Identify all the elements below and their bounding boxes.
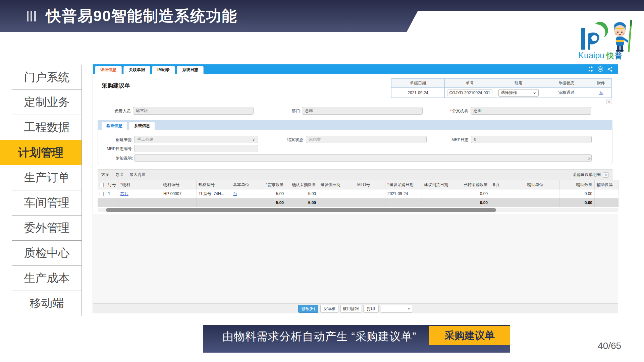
doc-col-status: 单据状态 (542, 79, 591, 88)
share-icon[interactable] (607, 67, 612, 72)
note-textarea[interactable] (134, 154, 592, 162)
more-actions-select[interactable]: ▾ (381, 305, 412, 313)
restore-size-icon[interactable] (588, 66, 593, 72)
sidebar-item-9[interactable]: 生产成本 (12, 266, 82, 291)
column-header: 行号 (106, 180, 118, 189)
sidebar-item-2[interactable]: 定制业务 (12, 90, 82, 115)
branch-field[interactable]: 总部 (471, 107, 591, 115)
app-footer: 修改(E)反审核被用情况打印 ▾ (93, 303, 618, 313)
dept-label: 部门: (271, 108, 301, 114)
grid-cell (385, 198, 422, 207)
tab-system-info[interactable]: 系统信息 (129, 122, 155, 130)
cell-link[interactable]: 芯片 (120, 191, 128, 197)
column-header: 建议供应商 (318, 180, 355, 189)
footer-button-3[interactable]: 被用情况 (340, 305, 361, 313)
checkbox-cell (98, 198, 106, 207)
grid-cell (490, 189, 525, 198)
sidebar-item-8[interactable]: 质检中心 (12, 241, 82, 266)
footer-button-1[interactable]: 修改(E) (298, 305, 318, 313)
grid-cell (525, 189, 560, 198)
grid-cell (118, 198, 161, 207)
grid-cell (197, 198, 231, 207)
column-header: MTO号 (355, 180, 385, 189)
sidebar-item-5[interactable]: 生产订单 (12, 165, 82, 190)
erp-app-window: 详细信息关联单据IM记录系统日志 IM 采购建议单 单据日期 单号 引用 单据状… (93, 64, 618, 313)
cell-link[interactable]: 台 (233, 191, 237, 197)
doc-col-number: 单号 (444, 79, 495, 88)
grid-cell (106, 198, 118, 207)
sidebar-item-7[interactable]: 委外管理 (12, 216, 82, 241)
empty-area (93, 214, 618, 303)
grid-panel-label: 采购建议单明细 (573, 172, 601, 178)
mrp-log-no-field[interactable] (134, 145, 258, 152)
im-icon[interactable]: IM (598, 66, 603, 72)
column-header: 物料编号 (161, 180, 197, 189)
toolbar-link-2[interactable]: 导出 (115, 172, 123, 178)
summary-row: 5.005.000.000.00 (98, 198, 619, 207)
sidebar-item-4[interactable]: 计划管理 (0, 140, 82, 165)
collapse-header-button[interactable]: « (606, 99, 612, 104)
sidebar-item-1[interactable]: 门户系统 (12, 65, 82, 90)
doc-status-value: 审核通过 (542, 88, 591, 98)
mrp-log-no-label: MRP日志编号: (98, 146, 133, 152)
owner-label: 负责人员: (103, 108, 132, 114)
tab-basic-info[interactable]: 基础信息 (102, 122, 127, 130)
row-checkbox[interactable] (100, 192, 104, 196)
mrp-log-field[interactable]: 0 (471, 136, 592, 143)
grid-cell (422, 189, 454, 198)
detail-grid: 行号*物料物料编号规格型号基本单位*需求数量确认采购数量建议供应商MTO号*建议… (98, 180, 619, 207)
bottom-banner-text: 由物料需求分析自动产生 “采购建议单” (222, 325, 416, 348)
grid-cell: TI 型号: 74H... (197, 189, 231, 198)
app-tab-3[interactable]: IM记录 (152, 66, 175, 74)
doc-col-reference: 引用 (495, 79, 542, 88)
grid-cell: 5.00 (286, 198, 318, 207)
logo-cn-fast: 快 (606, 51, 614, 60)
app-tab-2[interactable]: 关联单据 (123, 66, 150, 74)
grid-cell (490, 198, 525, 207)
chevron-down-icon: ▾ (408, 306, 410, 311)
column-header: 已转采购数量 (454, 180, 490, 189)
scrollbar-thumb[interactable] (106, 208, 496, 212)
column-header: 规格型号 (197, 180, 231, 189)
owner-field[interactable]: 邱雪琪 (133, 107, 254, 115)
grid-toolbar: 方案导出最大高度 采购建议单明细 « (98, 169, 612, 180)
column-header: 辅助单位 (525, 180, 560, 189)
page-number: 40/65 (598, 341, 621, 351)
app-tab-4[interactable]: 系统日志 (177, 66, 204, 74)
sidebar-item-10[interactable]: 移动端 (12, 291, 82, 316)
grid-cell: HP-00007 (161, 189, 197, 198)
top-banner: 快普易90智能制造系统功能 (0, 0, 644, 32)
grid-cell: 0.00 (454, 189, 490, 198)
grid-cell (355, 189, 385, 198)
toolbar-link-1[interactable]: 方案 (101, 172, 109, 178)
chevron-down-icon: ∨ (252, 137, 255, 142)
column-header: *建议采购日期 (385, 180, 422, 189)
attachment-link[interactable]: 无 (599, 90, 603, 96)
column-header: 辅助换算 (595, 180, 619, 189)
grid-cell: 芯片 (118, 189, 161, 198)
slide-title: 快普易90智能制造系统功能 (46, 6, 237, 26)
app-tab-1[interactable]: 详细信息 (95, 66, 122, 74)
required-marker: * (450, 109, 452, 113)
collapse-grid-button[interactable]: « (603, 172, 609, 178)
resize-grip-icon[interactable] (588, 158, 591, 161)
branch-label: *分支机构: (436, 108, 469, 114)
doc-number-value: CGJYD-20210924-001 (447, 89, 492, 96)
sidebar-item-6[interactable]: 车间管理 (12, 190, 82, 216)
dept-field[interactable]: 总部 (302, 107, 423, 115)
sidebar-item-3[interactable]: 工程数据 (12, 115, 82, 140)
horizontal-scrollbar[interactable] (98, 208, 619, 212)
source-label: 创建来源: (101, 137, 133, 143)
checkbox-cell (98, 180, 106, 189)
column-header: *需求数量 (255, 180, 286, 189)
footer-button-4[interactable]: 打印 (363, 305, 379, 313)
toolbar-link-3[interactable]: 最大高度 (129, 172, 146, 178)
reference-action-select[interactable]: 选择操作 ∨ (498, 89, 539, 97)
footer-button-2[interactable]: 反审核 (320, 305, 338, 313)
chevron-down-icon: ∨ (533, 91, 536, 95)
row-checkbox[interactable] (100, 183, 104, 187)
logo-cn-pu: 普 (614, 51, 622, 60)
close-status-field[interactable]: 未结案 (306, 136, 427, 143)
source-select[interactable]: 手工创建 ∨ (134, 136, 258, 143)
grid-cell (422, 198, 454, 207)
